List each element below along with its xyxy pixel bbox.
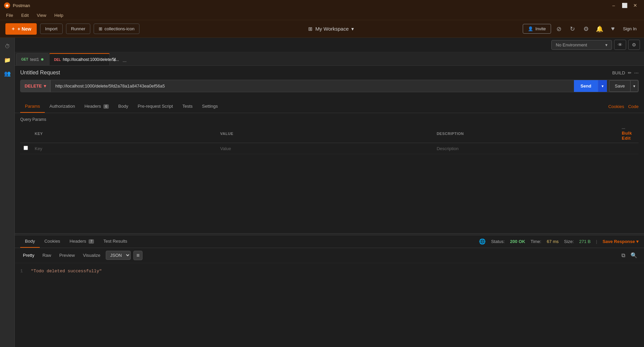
- edit-icon[interactable]: ✏: [628, 70, 632, 75]
- resp-tab-cookies-label: Cookies: [44, 239, 60, 244]
- more-tabs-button[interactable]: ···: [120, 57, 129, 65]
- req-tab-params[interactable]: Params: [20, 100, 45, 113]
- runner-button[interactable]: Runner: [66, 24, 91, 34]
- sidebar-icon-collections[interactable]: 📁: [1, 54, 13, 66]
- url-bar: DELETE ▾ Send ▾ Save ▾: [20, 80, 639, 92]
- minimize-button[interactable]: –: [609, 1, 618, 10]
- notifications-icon-button[interactable]: 🔔: [594, 24, 605, 34]
- copy-response-button[interactable]: ⧉: [620, 251, 626, 260]
- save-button-group: Save ▾: [609, 80, 638, 92]
- send-button-group: Send ▾: [574, 80, 607, 92]
- search-response-button[interactable]: 🔍: [629, 251, 639, 260]
- desc-cell[interactable]: Description: [433, 143, 618, 154]
- sidebar-icon-team[interactable]: 👥: [1, 67, 13, 79]
- environment-bar: No Environment ▾ 👁 ⚙: [15, 38, 644, 52]
- import-button[interactable]: Import: [40, 24, 63, 34]
- tab-url-label: http://localhost:1000/delete/5f...: [63, 57, 119, 62]
- req-tab-params-label: Params: [25, 104, 40, 109]
- menu-view[interactable]: View: [33, 12, 50, 19]
- menu-edit[interactable]: Edit: [18, 12, 32, 19]
- sync-icon-button[interactable]: ↻: [567, 24, 578, 34]
- title-bar-left: Postman: [4, 2, 30, 8]
- save-response-button[interactable]: Save Response ▾: [603, 239, 639, 244]
- more-options-icon[interactable]: ⋯: [634, 70, 639, 75]
- json-format-select[interactable]: JSON XML Text HTML: [106, 251, 131, 260]
- env-eye-button[interactable]: 👁: [614, 40, 626, 50]
- title-bar: Postman – ⬜ ✕: [0, 0, 644, 11]
- code-link[interactable]: Code: [628, 104, 639, 109]
- settings-icon-button[interactable]: ⚙: [581, 24, 591, 34]
- req-tab-pre-request[interactable]: Pre-request Script: [133, 100, 178, 113]
- menu-file[interactable]: File: [3, 12, 17, 19]
- response-tabs-bar: Body Cookies Headers 7 Test Results 🌐 St…: [15, 235, 644, 248]
- value-cell[interactable]: Value: [217, 143, 433, 154]
- bulk-edit-more-icon[interactable]: ···: [622, 127, 625, 131]
- format-tab-raw[interactable]: Raw: [40, 251, 54, 259]
- workspace-selector[interactable]: ⊞ My Workspace ▾: [304, 24, 358, 34]
- request-sub-tabs: Params Authorization Headers 6 Body Pre-…: [15, 100, 644, 113]
- req-tab-tests[interactable]: Tests: [178, 100, 197, 113]
- collections-button[interactable]: ⊞ collections-icon: [94, 24, 139, 34]
- request-title-text: Untitled Request: [20, 70, 60, 76]
- tab-test1[interactable]: GET test1: [16, 53, 49, 65]
- method-dropdown[interactable]: DELETE ▾: [21, 80, 51, 92]
- url-input[interactable]: [51, 80, 574, 92]
- method-chevron-icon: ▾: [44, 83, 46, 89]
- menu-help[interactable]: Help: [51, 12, 67, 19]
- row-checkbox-cell: [20, 143, 31, 154]
- heart-icon-button[interactable]: ♥: [608, 24, 618, 34]
- req-tab-headers[interactable]: Headers 6: [80, 100, 114, 113]
- save-dropdown-button[interactable]: ▾: [631, 80, 638, 92]
- response-body-toolbar: Pretty Raw Preview Visualize JSON XML Te…: [15, 248, 644, 263]
- params-check-header: [20, 125, 31, 143]
- new-button[interactable]: ＋ + New: [5, 23, 37, 35]
- content-area: No Environment ▾ 👁 ⚙ GET test1 DEL http:…: [15, 38, 644, 347]
- tab-delete-request[interactable]: DEL http://localhost:1000/delete/5f...: [49, 53, 110, 65]
- tab-method-badge: GET: [21, 58, 28, 61]
- request-title-row: Untitled Request BUILD ✏ ⋯: [20, 70, 639, 76]
- params-table: KEY VALUE DESCRIPTION ··· Bulk Edit Key …: [20, 125, 639, 154]
- invite-label: Invite: [535, 26, 546, 31]
- cookies-link[interactable]: Cookies: [608, 104, 624, 109]
- resp-tab-test-results[interactable]: Test Results: [99, 235, 132, 248]
- collections-label: collections-icon: [104, 26, 134, 31]
- invite-button[interactable]: 👤 Invite: [523, 24, 551, 34]
- time-value: 67 ms: [547, 239, 558, 244]
- save-button[interactable]: Save: [609, 80, 631, 92]
- close-button[interactable]: ✕: [631, 1, 640, 10]
- req-tab-settings[interactable]: Settings: [197, 100, 223, 113]
- maximize-button[interactable]: ⬜: [620, 1, 629, 10]
- size-value: 271 B: [579, 239, 591, 244]
- req-tab-tests-label: Tests: [182, 104, 192, 109]
- env-settings-button[interactable]: ⚙: [628, 40, 640, 50]
- format-tab-visualize[interactable]: Visualize: [80, 251, 103, 259]
- environment-dropdown[interactable]: No Environment ▾: [551, 40, 612, 50]
- send-dropdown-button[interactable]: ▾: [598, 80, 607, 92]
- format-tab-pretty[interactable]: Pretty: [20, 251, 37, 259]
- row-checkbox[interactable]: [24, 146, 28, 150]
- resp-tab-cookies[interactable]: Cookies: [40, 235, 65, 248]
- send-button[interactable]: Send: [574, 80, 598, 92]
- table-row: Key Value Description: [20, 143, 639, 154]
- status-value: 200 OK: [510, 239, 525, 244]
- bulk-edit-button[interactable]: Bulk Edit: [622, 131, 632, 141]
- resp-headers-badge: 7: [89, 239, 94, 244]
- resp-tab-headers[interactable]: Headers 7: [65, 235, 99, 248]
- key-cell[interactable]: Key: [31, 143, 217, 154]
- sign-in-button[interactable]: Sign In: [621, 24, 639, 33]
- line-number: 1: [20, 269, 23, 274]
- params-value-header: VALUE: [217, 125, 433, 143]
- req-tab-authorization[interactable]: Authorization: [45, 100, 80, 113]
- env-chevron-icon: ▾: [605, 42, 608, 47]
- workspace-label: My Workspace: [315, 26, 349, 32]
- new-button-label: + New: [18, 26, 31, 32]
- format-icon-button[interactable]: ≡: [133, 251, 142, 260]
- interceptor-icon-button[interactable]: ⊘: [554, 24, 565, 34]
- resp-tab-body[interactable]: Body: [20, 235, 40, 248]
- time-label: Time:: [530, 239, 541, 244]
- req-tab-body-label: Body: [118, 104, 128, 109]
- cookies-code-links: Cookies Code: [608, 104, 639, 109]
- format-tab-preview[interactable]: Preview: [57, 251, 77, 259]
- req-tab-body[interactable]: Body: [114, 100, 133, 113]
- sidebar-icon-history[interactable]: ⏱: [1, 40, 13, 53]
